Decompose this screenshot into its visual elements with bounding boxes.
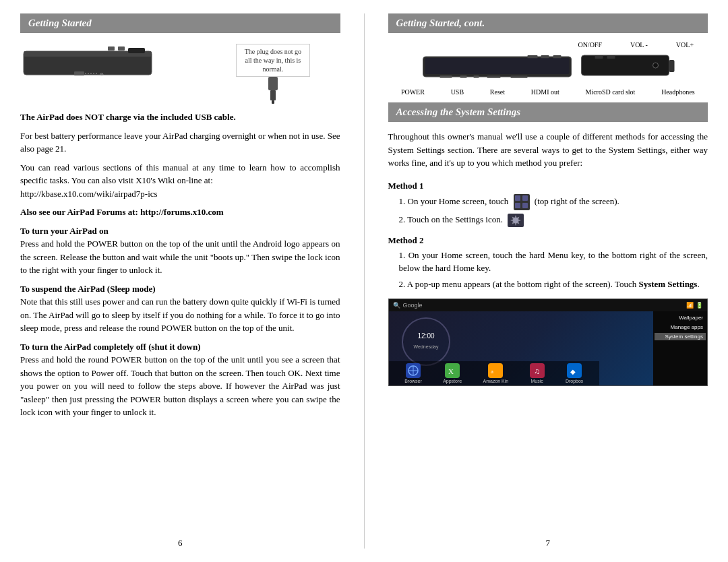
left-page-number: 6 (20, 538, 340, 549)
label-power: POWER (401, 88, 425, 96)
method1-step2: 2. Touch on the Settings icon. (399, 213, 708, 227)
settings-icon (508, 214, 524, 227)
svg-rect-24 (595, 55, 603, 59)
svg-text:12:00: 12:00 (417, 332, 434, 340)
system-intro: Throughout this owner's manual we'll use… (388, 130, 708, 170)
screenshot-google-label: Google (403, 302, 423, 309)
app-label-music: Music (530, 379, 543, 383)
tablet-side-svg (404, 50, 692, 87)
svg-point-31 (402, 318, 450, 365)
svg-rect-27 (522, 195, 528, 201)
bold-warning: The AirPad does NOT charge via the inclu… (20, 111, 340, 124)
svg-rect-10 (272, 100, 274, 104)
plug-note-box: The plug does not go all the way in, thi… (206, 41, 340, 104)
label-hdmi: HDMI out (531, 88, 559, 96)
app-amazon: a Amazon Kin (483, 363, 509, 383)
left-header: Getting Started (20, 13, 340, 33)
apps-icon (514, 194, 530, 210)
svg-rect-8 (268, 77, 278, 90)
svg-rect-4 (118, 46, 125, 51)
shutoff-heading: To turn the AirPad completely off (shut … (20, 340, 340, 354)
svg-text:X: X (448, 367, 454, 375)
top-labels: ON/OFF VOL - VOL+ (388, 41, 708, 49)
forums-text: Also see our AirPad Forums at: http://fo… (20, 206, 340, 219)
app-browser: Browser (404, 363, 422, 383)
app-icon-appstore: X (445, 363, 460, 378)
label-microsd: MicroSD card slot (586, 88, 636, 96)
bottom-labels: POWER USB Reset HDMI out MicroSD card sl… (388, 88, 708, 96)
svg-rect-16 (511, 75, 528, 78)
svg-rect-5 (74, 71, 84, 75)
app-label-dropbox: Dropbox (566, 379, 583, 383)
app-music: ♫ Music (530, 363, 545, 383)
column-divider (364, 13, 365, 549)
svg-rect-20 (425, 58, 570, 74)
svg-rect-13 (460, 75, 467, 78)
svg-text:♫: ♫ (534, 367, 540, 376)
sleep-text: Note that this still uses power and can … (20, 295, 340, 335)
taskbar-time: 📶 🔋 (686, 302, 703, 309)
screenshot-sidebar: Wallpaper Manage apps System settings (653, 311, 707, 385)
svg-point-23 (653, 63, 659, 68)
screenshot-main: 12:00 Wednesday Browser X (389, 311, 654, 385)
method1-step1: 1. On your Home screen, touch (top right… (399, 194, 708, 210)
app-label-appstore: Appstore (443, 379, 462, 383)
shutoff-text: Press and hold the round POWER button on… (20, 353, 340, 419)
label-vol-minus: VOL - (630, 41, 648, 49)
svg-text:Wednesday: Wednesday (413, 344, 438, 350)
clock-widget: 12:00 Wednesday (399, 315, 453, 369)
screenshot-search-label: 🔍 (393, 302, 400, 309)
svg-text:◆: ◆ (570, 368, 576, 375)
sidebar-manage-apps: Manage apps (655, 323, 706, 331)
method2-step2: 2. A pop-up menu appears (at the bottom … (399, 278, 708, 291)
svg-text:⊙: ⊙ (100, 72, 104, 77)
screenshot-box: 🔍 Google 📶 🔋 12:00 Wednesday (388, 299, 708, 386)
svg-rect-14 (474, 75, 479, 78)
sidebar-wallpaper: Wallpaper (655, 314, 706, 321)
app-icon-amazon: a (488, 363, 503, 378)
tablet-top-svg: ⊙ (20, 41, 155, 82)
device-diagram: ON/OFF VOL - VOL+ (388, 41, 708, 96)
app-icon-music: ♫ (530, 363, 545, 378)
app-label-amazon: Amazon Kin (483, 379, 509, 383)
svg-rect-3 (108, 46, 115, 51)
sleep-section: To suspend the AirPad (Sleep mode) Note … (20, 282, 340, 335)
tablet-image-left: ⊙ (20, 41, 196, 84)
turn-on-section: To turn your AirPad on Press and hold th… (20, 224, 340, 277)
svg-rect-26 (515, 195, 520, 201)
method2-heading: Method 2 (388, 235, 708, 246)
label-reset: Reset (490, 88, 505, 96)
screenshot-content: 12:00 Wednesday Browser X (389, 311, 708, 385)
shutoff-section: To turn the AirPad completely off (shut … (20, 340, 340, 419)
right-page-number: 7 (388, 538, 708, 549)
label-vol-plus: VOL+ (676, 41, 694, 49)
right-header2: Accessing the System Settings (388, 102, 708, 122)
svg-rect-15 (487, 75, 501, 78)
screenshot-taskbar: 🔍 Google 📶 🔋 (389, 299, 708, 311)
right-column: Getting Started, cont. ON/OFF VOL - VOL+ (388, 13, 708, 549)
battery-tip: For best battery performance leave your … (20, 129, 340, 156)
svg-rect-29 (522, 203, 528, 208)
device-image-area: ⊙ The plug does not go all the way in, t… (20, 41, 340, 104)
app-appstore: X Appstore (443, 363, 462, 383)
app-icon-browser (406, 363, 421, 378)
method2-step1: 1. On your Home screen, touch the hard M… (399, 249, 708, 275)
turn-on-heading: To turn your AirPad on (20, 224, 340, 238)
right-header1: Getting Started, cont. (388, 13, 708, 33)
turn-on-text: Press and hold the POWER button on the t… (20, 237, 340, 277)
sleep-heading: To suspend the AirPad (Sleep mode) (20, 282, 340, 296)
label-usb: USB (451, 88, 464, 96)
plug-note-text: The plug does not go all the way in, thi… (236, 44, 310, 77)
label-on-off: ON/OFF (578, 41, 602, 49)
app-label-browser: Browser (404, 379, 422, 383)
svg-rect-25 (607, 55, 615, 59)
app-dropbox: ◆ Dropbox (566, 363, 583, 383)
app-icon-dropbox: ◆ (567, 363, 582, 378)
svg-rect-28 (515, 203, 520, 208)
sidebar-system-settings: System settings (655, 333, 706, 340)
label-headphones: Headphones (661, 88, 694, 96)
svg-rect-12 (440, 75, 452, 78)
left-column: Getting Started ⊙ The plug does not go (20, 13, 340, 549)
svg-rect-2 (128, 48, 145, 53)
screenshot-apps-row: Browser X Appstore a Amazon (389, 361, 600, 385)
